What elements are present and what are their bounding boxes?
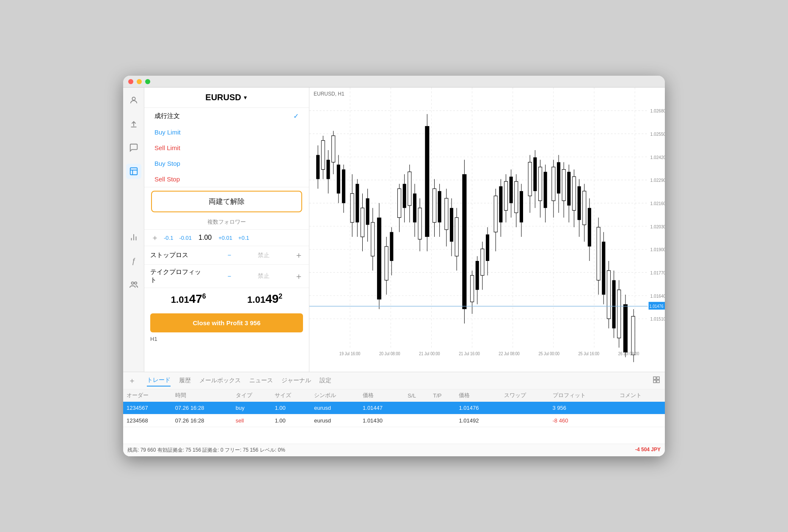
svg-rect-161	[653, 380, 656, 383]
svg-rect-41	[321, 140, 325, 169]
layout-icon[interactable]	[653, 376, 660, 385]
svg-text:1.02030: 1.02030	[650, 224, 665, 229]
svg-rect-59	[371, 222, 375, 256]
svg-rect-89	[462, 174, 466, 309]
close-profit-button[interactable]: Close with Profit 3 956	[150, 313, 303, 332]
svg-rect-91	[471, 275, 474, 302]
svg-rect-39	[316, 155, 320, 179]
table-row[interactable]: 1234568 07.26 16:28 sell 1.00 eurusd 1.0…	[123, 414, 665, 427]
sidebar: ƒ	[123, 88, 144, 372]
svg-rect-63	[385, 247, 388, 280]
checkmark-icon: ✓	[293, 112, 299, 120]
order-type-sell-limit[interactable]: Sell Limit	[144, 140, 309, 156]
col-size: サイズ	[271, 389, 311, 402]
svg-rect-75	[418, 208, 422, 239]
svg-rect-121	[557, 162, 560, 194]
volume-row: ＋ -0.1 -0.01 1.00 +0.01 +0.1	[144, 229, 309, 246]
vol-plus-0.1[interactable]: +0.1	[237, 234, 251, 242]
tab-history[interactable]: 履歴	[179, 375, 191, 386]
svg-point-8	[131, 282, 134, 285]
svg-rect-71	[408, 172, 411, 206]
svg-rect-159	[653, 377, 656, 379]
chat-icon[interactable]	[126, 140, 141, 155]
col-current-price: 価格	[455, 389, 500, 402]
chart-icon[interactable]	[126, 230, 141, 245]
order-type-buy-stop[interactable]: Buy Stop	[144, 156, 309, 171]
add-tab-button[interactable]: ＋	[128, 376, 136, 386]
svg-rect-45	[332, 136, 335, 162]
close-dot[interactable]	[128, 79, 133, 84]
svg-text:19 Jul 16:00: 19 Jul 16:00	[339, 351, 361, 356]
svg-text:22 Jul 08:00: 22 Jul 08:00	[499, 351, 520, 356]
svg-rect-101	[499, 186, 502, 222]
volume-value: 1.00	[196, 234, 214, 241]
trading-panel: EURUSD ▼ 成行注文 ✓ Buy Limit Sell Limit Buy…	[144, 88, 309, 372]
vol-plus-0.01[interactable]: +0.01	[217, 234, 234, 242]
col-time: 時間	[172, 389, 232, 402]
price-sell-sup: 6	[202, 293, 206, 300]
svg-text:1.01476: 1.01476	[650, 304, 664, 309]
svg-text:1.02550: 1.02550	[650, 131, 665, 137]
table-row[interactable]: 1234567 07.26 16:28 buy 1.00 eurusd 1.01…	[123, 402, 665, 414]
svg-rect-127	[572, 177, 576, 211]
svg-rect-53	[355, 184, 359, 222]
order-type-market[interactable]: 成行注文 ✓	[144, 108, 309, 124]
tab-news[interactable]: ニュース	[249, 375, 273, 386]
cell-profit: -8 460	[549, 414, 617, 427]
vol-minus-0.1[interactable]: -0.1	[162, 234, 175, 242]
person-icon[interactable]	[126, 93, 141, 108]
tab-journal[interactable]: ジャーナル	[281, 375, 311, 386]
cell-size: 1.00	[271, 414, 311, 427]
tab-trade[interactable]: トレード	[147, 375, 171, 387]
stop-loss-plus[interactable]: ＋	[295, 250, 303, 261]
symbol-dropdown-arrow: ▼	[243, 95, 248, 101]
stop-loss-minus[interactable]: －	[226, 251, 233, 260]
svg-rect-51	[350, 194, 354, 222]
stop-loss-row: ストップロス － 禁止 ＋	[144, 246, 309, 264]
cell-open-price: 1.01430	[359, 414, 404, 427]
tab-bar: ＋ トレード 履歴 メールボックス ニュース ジャーナル 設定	[123, 372, 665, 389]
col-profit: プロフィット	[549, 389, 617, 402]
take-profit-minus[interactable]: －	[226, 272, 233, 281]
svg-rect-87	[455, 218, 458, 256]
svg-text:1.01770: 1.01770	[650, 270, 665, 275]
col-swap: スワップ	[501, 389, 549, 402]
maximize-dot[interactable]	[145, 79, 150, 84]
stop-loss-label: ストップロス	[150, 251, 201, 259]
svg-rect-97	[486, 234, 489, 261]
svg-rect-49	[342, 170, 345, 203]
group-icon[interactable]	[126, 277, 141, 292]
col-price: 価格	[359, 389, 404, 402]
price-sell-prefix: 1.01	[171, 294, 189, 305]
cell-size: 1.00	[271, 402, 311, 414]
take-profit-plus[interactable]: ＋	[295, 271, 303, 282]
svg-rect-133	[588, 208, 591, 247]
trade-icon[interactable]	[126, 164, 141, 179]
cell-comment	[616, 402, 665, 414]
col-comment: コメント	[616, 389, 665, 402]
svg-rect-65	[390, 232, 393, 261]
tab-settings[interactable]: 設定	[320, 375, 331, 386]
col-symbol: シンボル	[311, 389, 359, 402]
order-type-sell-stop[interactable]: Sell Stop	[144, 171, 309, 187]
take-profit-label: テイクプロフィット	[150, 268, 201, 284]
minimize-dot[interactable]	[137, 79, 142, 84]
price-sell: 1.01476	[150, 292, 227, 306]
upload-icon[interactable]	[126, 116, 141, 132]
svg-rect-113	[533, 157, 537, 191]
add-button[interactable]: ＋	[150, 233, 160, 242]
col-order: オーダー	[123, 389, 172, 402]
svg-rect-162	[657, 380, 659, 383]
hedge-cancel-button[interactable]: 両建て解除	[151, 191, 302, 212]
cell-tp	[430, 414, 455, 427]
cell-tp	[430, 402, 455, 414]
svg-rect-77	[425, 126, 429, 237]
svg-text:25 Jul 00:00: 25 Jul 00:00	[538, 351, 559, 356]
order-type-buy-limit[interactable]: Buy Limit	[144, 124, 309, 140]
svg-rect-55	[361, 208, 364, 237]
symbol-header[interactable]: EURUSD ▼	[144, 88, 309, 108]
tab-mailbox[interactable]: メールボックス	[199, 375, 241, 386]
f-icon[interactable]: ƒ	[126, 253, 141, 269]
vol-minus-0.01[interactable]: -0.01	[177, 234, 193, 242]
cell-current-price: 1.01492	[455, 414, 500, 427]
